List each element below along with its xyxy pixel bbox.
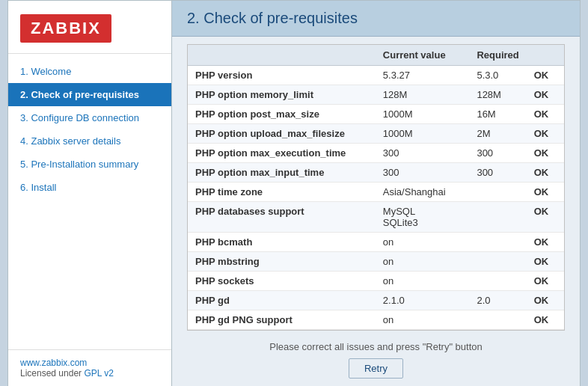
status-cell: OK	[527, 291, 564, 310]
required-value-cell: 300	[469, 144, 526, 163]
gpl-link[interactable]: GPL v2	[84, 368, 114, 379]
table-row: PHP option upload_max_filesize1000M2MOK	[188, 124, 564, 144]
required-value-cell	[469, 233, 526, 252]
param-name-cell: PHP option max_input_time	[188, 163, 376, 183]
retry-button[interactable]: Retry	[349, 358, 403, 379]
license-text: Licensed under	[20, 368, 84, 379]
status-cell: OK	[527, 85, 564, 105]
param-name-cell: PHP option max_execution_time	[188, 144, 376, 163]
required-value-cell	[469, 272, 526, 291]
sidebar-item-summary[interactable]: 5. Pre-Installation summary	[8, 153, 171, 176]
current-value-cell: Asia/Shanghai	[376, 183, 470, 202]
current-value-cell: 2.1.0	[376, 291, 470, 310]
required-value-cell	[469, 310, 526, 330]
status-cell: OK	[527, 105, 564, 124]
col-required-header: Required	[469, 45, 526, 66]
table-row: PHP option max_input_time300300OK	[188, 163, 564, 183]
required-value-cell: 300	[469, 163, 526, 183]
current-value-cell: MySQLSQLite3	[376, 202, 470, 233]
sidebar-item-welcome[interactable]: 1. Welcome	[8, 60, 171, 83]
table-row: PHP mbstringonOK	[188, 252, 564, 272]
param-name-cell: PHP option post_max_size	[188, 105, 376, 124]
table-row: PHP databases supportMySQLSQLite3OK	[188, 202, 564, 233]
col-current-header: Current value	[376, 45, 470, 66]
table-row: PHP gd2.1.02.0OK	[188, 291, 564, 310]
retry-section: Please correct all issues and press "Ret…	[187, 331, 565, 386]
current-value-cell: on	[376, 272, 470, 291]
main-layout: ZABBIX 1. Welcome 2. Check of pre-requis…	[0, 0, 588, 386]
current-value-cell: 1000M	[376, 124, 470, 144]
param-name-cell: PHP sockets	[188, 272, 376, 291]
required-value-cell: 2.0	[469, 291, 526, 310]
param-name-cell: PHP gd	[188, 291, 376, 310]
app-wrapper: ZABBIX 1. Welcome 2. Check of pre-requis…	[0, 0, 588, 386]
table-row: PHP option memory_limit128M128MOK	[188, 85, 564, 105]
table-row: PHP time zoneAsia/ShanghaiOK	[188, 183, 564, 202]
sidebar: ZABBIX 1. Welcome 2. Check of pre-requis…	[7, 0, 172, 386]
param-name-cell: PHP bcmath	[188, 233, 376, 252]
required-value-cell: 5.3.0	[469, 66, 526, 85]
status-cell: OK	[527, 163, 564, 183]
sidebar-item-install[interactable]: 6. Install	[8, 176, 171, 199]
current-value-cell: on	[376, 310, 470, 330]
content-area: 2. Check of pre-requisites Current value…	[172, 0, 581, 386]
status-cell: OK	[527, 310, 564, 330]
current-value-cell: on	[376, 252, 470, 272]
logo-area: ZABBIX	[8, 1, 171, 54]
table-row: PHP option max_execution_time300300OK	[188, 144, 564, 163]
param-name-cell: PHP databases support	[188, 202, 376, 233]
col-param-header	[188, 45, 376, 66]
status-cell: OK	[527, 202, 564, 233]
content-header: 2. Check of pre-requisites	[172, 1, 580, 37]
status-cell: OK	[527, 183, 564, 202]
param-name-cell: PHP option memory_limit	[188, 85, 376, 105]
table-row: PHP bcmathonOK	[188, 233, 564, 252]
content-body: Current value Required PHP version5.3.27…	[172, 37, 580, 386]
sidebar-item-server[interactable]: 4. Zabbix server details	[8, 129, 171, 153]
table-row: PHP gd PNG supportonOK	[188, 310, 564, 330]
col-status-header	[527, 45, 564, 66]
required-value-cell: 2M	[469, 124, 526, 144]
status-cell: OK	[527, 124, 564, 144]
current-value-cell: 128M	[376, 85, 470, 105]
table-row: PHP option post_max_size1000M16MOK	[188, 105, 564, 124]
required-value-cell	[469, 183, 526, 202]
status-cell: OK	[527, 144, 564, 163]
sidebar-item-prereq[interactable]: 2. Check of pre-requisites	[8, 83, 171, 106]
current-value-cell: 300	[376, 163, 470, 183]
required-value-cell: 128M	[469, 85, 526, 105]
param-name-cell: PHP gd PNG support	[188, 310, 376, 330]
prereq-table: Current value Required PHP version5.3.27…	[188, 45, 564, 330]
required-value-cell: 16M	[469, 105, 526, 124]
retry-message: Please correct all issues and press "Ret…	[195, 341, 557, 352]
status-cell: OK	[527, 233, 564, 252]
table-row: PHP version5.3.275.3.0OK	[188, 66, 564, 85]
current-value-cell: 1000M	[376, 105, 470, 124]
status-cell: OK	[527, 252, 564, 272]
current-value-cell: 300	[376, 144, 470, 163]
param-name-cell: PHP option upload_max_filesize	[188, 124, 376, 144]
page-title: 2. Check of pre-requisites	[187, 10, 565, 27]
nav-items: 1. Welcome 2. Check of pre-requisites 3.…	[8, 54, 171, 349]
sidebar-item-db[interactable]: 3. Configure DB connection	[8, 106, 171, 129]
prereq-table-wrapper[interactable]: Current value Required PHP version5.3.27…	[187, 44, 565, 331]
table-row: PHP socketsonOK	[188, 272, 564, 291]
status-cell: OK	[527, 272, 564, 291]
param-name-cell: PHP version	[188, 66, 376, 85]
logo: ZABBIX	[20, 14, 111, 43]
param-name-cell: PHP mbstring	[188, 252, 376, 272]
required-value-cell	[469, 252, 526, 272]
zabbix-link[interactable]: www.zabbix.com	[20, 358, 87, 368]
required-value-cell	[469, 202, 526, 233]
param-name-cell: PHP time zone	[188, 183, 376, 202]
status-cell: OK	[527, 66, 564, 85]
current-value-cell: 5.3.27	[376, 66, 470, 85]
current-value-cell: on	[376, 233, 470, 252]
sidebar-footer: www.zabbix.com Licensed under GPL v2	[8, 349, 171, 386]
